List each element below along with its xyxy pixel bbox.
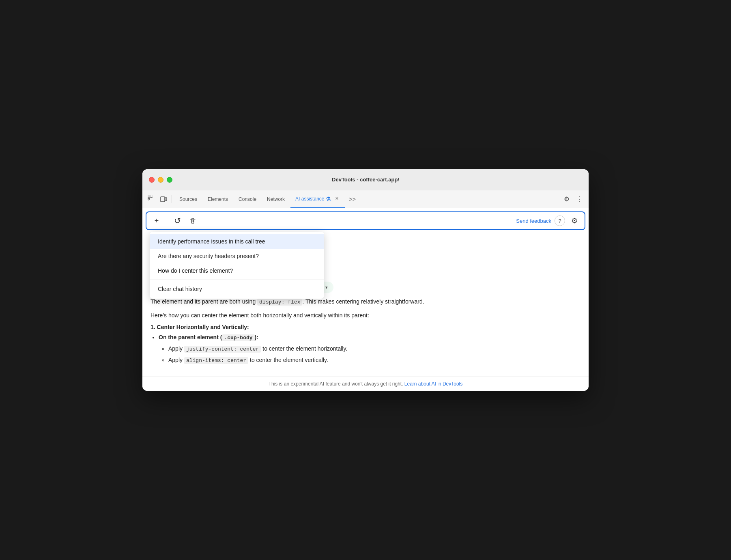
tab-network[interactable]: Network bbox=[262, 190, 290, 208]
ai-toolbar: + ↺ Identify performance issues in this … bbox=[146, 211, 585, 230]
sub-list-item-1: Apply justify-content: center to center … bbox=[168, 344, 580, 354]
tab-ai-assistance[interactable]: AI assistance ⚗ ✕ bbox=[290, 190, 345, 208]
devtools-toolbar: Sources Elements Console Network AI assi… bbox=[142, 190, 589, 208]
more-tabs-button[interactable]: >> bbox=[346, 196, 359, 202]
history-dropdown: Identify performance issues in this call… bbox=[150, 232, 324, 299]
send-feedback-link[interactable]: Send feedback bbox=[516, 218, 551, 224]
maximize-button[interactable] bbox=[167, 177, 172, 183]
response-heading: 1. Center Horizontally and Vertically: bbox=[150, 324, 580, 330]
dropdown-item-2[interactable]: Are there any security headers present? bbox=[150, 249, 324, 263]
clear-chat-history-button[interactable]: Clear chat history bbox=[150, 282, 324, 296]
dropdown-item-1[interactable]: Identify performance issues in this call… bbox=[150, 234, 324, 249]
title-bar: DevTools - coffee-cart.app/ bbox=[142, 169, 589, 190]
learn-about-ai-link[interactable]: Learn about AI in DevTools bbox=[404, 381, 462, 387]
response-list: On the parent element (.cup-body): Apply… bbox=[159, 333, 580, 365]
tab-elements[interactable]: Elements bbox=[203, 190, 233, 208]
close-button[interactable] bbox=[149, 177, 155, 183]
inspect-icon[interactable] bbox=[146, 194, 157, 205]
tab-sources[interactable]: Sources bbox=[174, 190, 202, 208]
beaker-icon: ⚗ bbox=[326, 196, 331, 202]
minimize-button[interactable] bbox=[158, 177, 163, 183]
svg-rect-1 bbox=[150, 196, 152, 198]
svg-rect-3 bbox=[161, 197, 165, 202]
chevron-down-icon-2: ▾ bbox=[325, 285, 328, 290]
tab-close-icon[interactable]: ✕ bbox=[333, 196, 340, 202]
device-icon[interactable] bbox=[158, 194, 169, 205]
sub-list-item-2: Apply align-items: center to center the … bbox=[168, 355, 580, 365]
code-display-flex: display: flex bbox=[257, 299, 302, 306]
code-align-items: align-items: center bbox=[184, 357, 248, 364]
toolbar-right: ⚙ ⋮ bbox=[561, 194, 585, 205]
devtools-window: DevTools - coffee-cart.app/ Sources Elem… bbox=[142, 169, 589, 391]
dropdown-divider bbox=[150, 280, 324, 280]
svg-rect-0 bbox=[148, 196, 150, 198]
list-item-parent: On the parent element (.cup-body): Apply… bbox=[159, 333, 580, 365]
ai-footer: This is an experimental AI feature and w… bbox=[142, 377, 589, 391]
new-chat-button[interactable]: + bbox=[150, 215, 163, 227]
history-button[interactable]: ↺ bbox=[171, 215, 183, 227]
sub-list: Apply justify-content: center to center … bbox=[168, 344, 580, 365]
toolbar-separator-1 bbox=[172, 195, 172, 203]
code-cup-body: .cup-body bbox=[222, 334, 254, 341]
help-button[interactable]: ? bbox=[555, 215, 565, 226]
more-options-icon[interactable]: ⋮ bbox=[574, 194, 585, 205]
response-paragraph-2: Here's how you can center the element bo… bbox=[150, 311, 580, 320]
delete-button[interactable] bbox=[187, 215, 199, 227]
ai-panel: + ↺ Identify performance issues in this … bbox=[142, 208, 589, 391]
dropdown-item-3[interactable]: How do I center this element? bbox=[150, 263, 324, 278]
code-justify-content: justify-content: center bbox=[184, 346, 261, 353]
ai-toolbar-right: Send feedback ? ⚙ bbox=[516, 215, 580, 227]
settings-icon[interactable]: ⚙ bbox=[561, 194, 572, 205]
traffic-lights bbox=[149, 177, 172, 183]
ai-settings-button[interactable]: ⚙ bbox=[568, 215, 580, 227]
ai-toolbar-separator bbox=[167, 217, 167, 225]
svg-rect-2 bbox=[148, 198, 150, 200]
bold-label: On the parent element (.cup-body): bbox=[159, 334, 258, 340]
svg-rect-4 bbox=[165, 198, 167, 201]
window-title: DevTools - coffee-cart.app/ bbox=[332, 177, 399, 183]
tab-console[interactable]: Console bbox=[234, 190, 261, 208]
